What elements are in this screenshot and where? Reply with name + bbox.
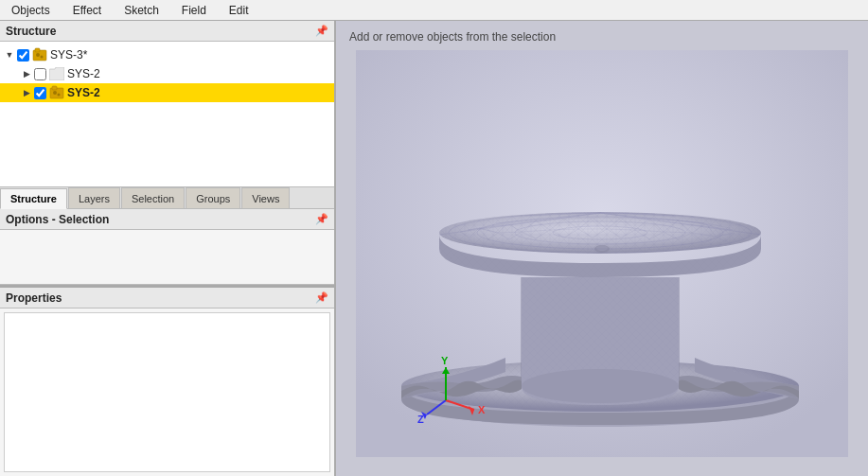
expand-icon-child1[interactable]: ▶ [21,68,32,79]
tree-item-child1[interactable]: ▶ SYS-2 [0,64,334,83]
menu-objects[interactable]: Objects [0,2,62,19]
checkbox-child2[interactable] [34,87,46,99]
svg-point-16 [596,245,608,251]
options-pin[interactable]: 📌 [315,213,328,225]
assembly-icon-root [32,47,47,62]
svg-rect-5 [52,86,57,90]
menu-effect[interactable]: Effect [62,2,113,19]
properties-title-bar: Properties 📌 [0,288,334,309]
viewport[interactable]: Add or remove objects from the selection [336,21,868,476]
folder-icon-child1 [49,66,64,81]
menu-field[interactable]: Field [170,2,218,19]
properties-section: Properties 📌 [0,288,334,476]
structure-pin[interactable]: 📌 [315,25,328,37]
assembly-icon-child2 [49,85,64,100]
svg-point-6 [53,91,57,95]
svg-point-12 [522,369,679,403]
options-title: Options - Selection [6,213,109,226]
checkbox-child1[interactable] [34,68,46,80]
main-layout: Structure 📌 ▼ [0,21,868,476]
3d-object: X Z Y [345,40,859,467]
expand-icon-root[interactable]: ▼ [4,49,15,61]
tree-area[interactable]: ▼ SYS-3* ▶ [0,42,334,186]
svg-text:Y: Y [441,355,449,366]
checkbox-root[interactable] [17,49,29,62]
structure-title: Structure [6,25,56,38]
tree-label-child1: SYS-2 [67,67,100,80]
3d-viewport-svg: X Z Y [356,50,848,457]
tab-groups[interactable]: Groups [186,187,240,208]
tabs-bar: Structure Layers Selection Groups Views [0,186,334,209]
svg-point-7 [58,94,61,97]
tab-layers[interactable]: Layers [68,187,120,208]
structure-title-bar: Structure 📌 [0,21,334,42]
properties-title: Properties [6,291,62,305]
properties-pin[interactable]: 📌 [315,291,328,304]
tab-selection[interactable]: Selection [121,187,185,208]
svg-text:X: X [478,404,486,415]
menu-sketch[interactable]: Sketch [113,2,170,19]
tree-label-child2: SYS-2 [67,86,100,99]
svg-text:Z: Z [417,414,424,425]
tree-label-root: SYS-3* [50,48,87,62]
structure-section: Structure 📌 ▼ [0,21,334,209]
expand-icon-child2[interactable]: ▶ [21,87,32,98]
menu-bar: Objects Effect Sketch Field Edit [0,0,868,21]
options-title-bar: Options - Selection 📌 [0,209,334,230]
options-section: Options - Selection 📌 [0,209,334,285]
tree-item-child2[interactable]: ▶ SYS-2 [0,83,334,102]
tab-structure[interactable]: Structure [0,188,67,209]
tree-item-root[interactable]: ▼ SYS-3* [0,45,334,64]
properties-body [4,312,330,472]
svg-point-3 [41,56,44,59]
tab-views[interactable]: Views [241,187,290,208]
svg-point-2 [36,53,40,57]
svg-rect-1 [35,48,40,52]
left-panel: Structure 📌 ▼ [0,21,336,476]
menu-edit[interactable]: Edit [218,2,260,19]
